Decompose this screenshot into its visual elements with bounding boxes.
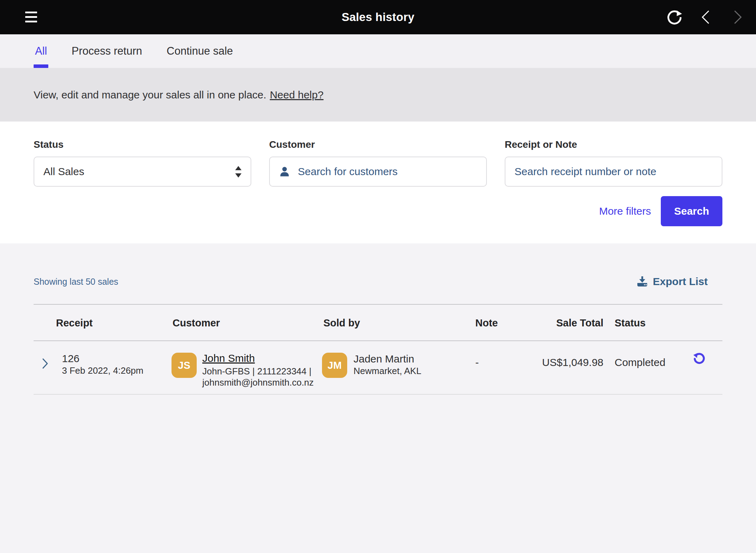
sold-by-name: Jaden Martin	[354, 353, 421, 365]
filter-actions: More filters Search	[599, 196, 722, 226]
table-header-row: Receipt Customer Sold by Note Sale Total…	[34, 305, 722, 341]
status-cell: Completed	[615, 357, 665, 368]
chevron-right-icon[interactable]	[729, 9, 746, 25]
status-filter: Status All Sales	[34, 122, 251, 187]
sale-total-cell: US$1,049.98	[517, 357, 603, 368]
receipt-number: 126	[62, 353, 144, 365]
column-header-sale-total: Sale Total	[517, 305, 603, 341]
person-icon	[279, 166, 290, 177]
receipt-label: Receipt or Note	[505, 139, 722, 150]
more-filters-link[interactable]: More filters	[599, 205, 651, 217]
filters-row: Status All Sales Customer	[34, 122, 722, 187]
tab-all[interactable]: All	[35, 34, 47, 68]
export-list-label: Export List	[653, 276, 708, 288]
tab-label: Process return	[71, 45, 142, 57]
results-section: Showing last 50 sales Export List Receip…	[0, 243, 756, 553]
column-header-sold-by: Sold by	[323, 305, 360, 341]
need-help-link[interactable]: Need help?	[270, 89, 323, 101]
receipt-cell: 126 3 Feb 2022, 4:26pm	[62, 353, 144, 376]
expand-row-chevron-icon[interactable]	[41, 358, 49, 371]
status-select[interactable]: All Sales	[34, 157, 251, 187]
filters-section: Status All Sales Customer	[0, 122, 756, 243]
table-row[interactable]: 126 3 Feb 2022, 4:26pm JS John Smith Joh…	[34, 341, 722, 395]
column-header-note: Note	[475, 305, 498, 341]
customer-details: John-GFBS | 2111223344 | johnsmith@johns…	[202, 366, 318, 388]
customer-search-box[interactable]	[269, 157, 487, 187]
tab-continue-sale[interactable]: Continue sale	[167, 34, 233, 68]
column-header-status: Status	[615, 305, 646, 341]
search-button[interactable]: Search	[661, 196, 722, 226]
customer-search-input[interactable]	[298, 166, 477, 178]
active-tab-underline	[34, 64, 48, 68]
customer-label: Customer	[269, 139, 487, 150]
sales-table: Receipt Customer Sold by Note Sale Total…	[34, 304, 722, 395]
customer-avatar: JS	[172, 353, 197, 378]
status-label: Status	[34, 139, 251, 150]
status-selected-value: All Sales	[43, 166, 235, 178]
sold-by-avatar: JM	[322, 353, 347, 378]
select-spinner-icon[interactable]	[235, 166, 241, 178]
customer-filter: Customer	[269, 122, 487, 187]
chevron-up-icon	[235, 166, 241, 170]
receipt-search-box[interactable]	[505, 157, 722, 187]
export-list-button[interactable]: Export List	[636, 276, 722, 288]
top-bar-actions	[666, 0, 746, 34]
top-bar: Sales history	[0, 0, 756, 34]
return-sale-icon[interactable]	[692, 352, 706, 367]
receipt-search-input[interactable]	[514, 166, 713, 178]
tab-label: Continue sale	[167, 45, 233, 57]
column-header-customer: Customer	[173, 305, 220, 341]
chevron-down-icon	[235, 173, 241, 178]
customer-cell: John Smith John-GFBS | 2111223344 | john…	[202, 352, 318, 388]
tab-process-return[interactable]: Process return	[71, 34, 142, 68]
banner-text: View, edit and manage your sales all in …	[34, 89, 266, 101]
customer-name-link[interactable]: John Smith	[202, 352, 255, 365]
download-icon	[636, 276, 649, 287]
results-summary: Showing last 50 sales	[34, 277, 118, 287]
info-banner: View, edit and manage your sales all in …	[0, 68, 756, 122]
sold-by-location: Newmarket, AKL	[354, 365, 421, 376]
receipt-date: 3 Feb 2022, 4:26pm	[62, 365, 144, 376]
receipt-filter: Receipt or Note	[505, 122, 722, 187]
results-header: Showing last 50 sales Export List	[34, 276, 722, 288]
column-header-receipt: Receipt	[56, 305, 93, 341]
tab-label: All	[35, 45, 47, 57]
tab-bar: All Process return Continue sale	[0, 34, 756, 68]
sold-by-cell: Jaden Martin Newmarket, AKL	[354, 353, 421, 376]
chevron-left-icon[interactable]	[698, 9, 714, 25]
refresh-icon[interactable]	[666, 9, 682, 25]
note-cell: -	[475, 357, 479, 368]
sales-history-screen: Sales history All	[0, 0, 756, 553]
page-title: Sales history	[0, 11, 756, 24]
